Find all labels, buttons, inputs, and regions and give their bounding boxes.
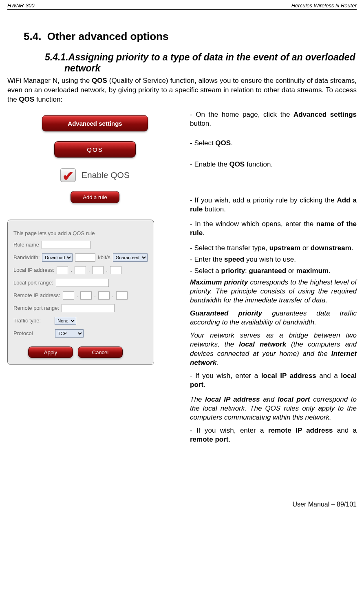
local-port-label: Local port range: [13,280,53,286]
kbits-label: kbit/s [98,254,110,260]
rule-name-label: Rule name [13,242,39,248]
remote-ip-label: Remote IP address: [13,292,60,298]
header-product: Hercules Wireless N Router [291,2,357,9]
para-max-priority: Maximum priority corresponds to the high… [190,278,357,305]
enable-qos-label: Enable QOS [82,170,130,180]
para-guaranteed-priority: Guaranteed priority guarantees data traf… [190,309,357,327]
remote-ip-1[interactable] [63,291,74,300]
rule-name-input[interactable] [42,241,90,249]
step-1: - On the home page, click the Advanced s… [190,110,357,128]
step-4: - If you wish, add a priority rule by cl… [190,196,357,214]
local-ip-label: Local IP address: [13,267,54,273]
step-6: - Select the transfer type, upstream or … [190,244,357,253]
bandwidth-direction-select[interactable]: Download [42,253,73,262]
enable-qos-checkbox[interactable]: ✔ [60,168,76,182]
bandwidth-value-input[interactable] [75,253,95,262]
traffic-type-select[interactable]: None [55,317,76,325]
page-number: User Manual – 89/101 [293,501,357,508]
local-ip-1[interactable] [57,266,68,274]
local-ip-2[interactable] [75,266,86,274]
footer: User Manual – 89/101 [7,499,357,513]
page-header: HWNR-300 Hercules Wireless N Router [7,0,357,9]
step-remote-ip: - If you wish, enter a remote IP address… [190,426,357,444]
check-icon: ✔ [62,168,74,184]
local-port-input[interactable] [56,279,109,287]
remote-ip-2[interactable] [80,291,92,300]
remote-port-label: Remote port range: [13,305,59,311]
local-ip-3[interactable] [92,266,104,274]
header-rule [7,9,357,10]
form-intro: This page lets you add a QOS rule [13,230,95,236]
section-num: 5.4. [24,30,41,42]
protocol-label: Protocol [13,330,33,336]
local-ip-4[interactable] [110,266,121,274]
traffic-type-label: Traffic type: [13,318,41,324]
header-model: HWNR-300 [7,2,34,9]
add-rule-button[interactable]: Add a rule [71,191,119,203]
step-7: - Enter the speed you wish to use. [190,255,357,264]
subsection-title: Assigning priority to a type of data in … [64,52,355,73]
qos-rule-form: This page lets you add a QOS rule Rule n… [7,220,154,365]
step-3: - Enable the QOS function. [190,160,357,169]
step-5: - In the window which opens, enter the n… [190,220,357,238]
step-2: - Select QOS. [190,139,357,148]
right-column: - On the home page, click the Advanced s… [190,110,357,450]
remote-ip-3[interactable] [98,291,110,300]
protocol-select[interactable]: TCP [55,329,84,338]
apply-button[interactable]: Apply [28,347,73,358]
enable-qos-row: ✔ Enable QOS [42,168,148,182]
section-title: Other advanced options [47,30,169,42]
intro-paragraph: WiFi Manager N, using the QOS (Quality o… [7,76,357,104]
cancel-button[interactable]: Cancel [78,347,123,358]
step-local-ip: - If you wish, enter a local IP address … [190,371,357,389]
subsection-num: 5.4.1. [45,52,68,62]
remote-ip-4[interactable] [116,291,128,300]
qos-button[interactable]: QOS [54,141,136,158]
para-bridge: Your network serves as a bridge between … [190,331,357,367]
bandwidth-label: Bandwidth: [13,254,40,260]
section-heading: 5.4. Other advanced options [24,30,357,43]
para-local-explain: The local IP address and local port corr… [190,395,357,422]
footer-rule [7,499,357,499]
subsection-heading: 5.4.1.Assigning priority to a type of da… [45,52,357,74]
left-column: Advanced settings QOS ✔ Enable QOS Add a… [7,110,183,450]
step-8: - Select a priority: guaranteed or maxim… [190,267,357,275]
remote-port-input[interactable] [62,304,115,312]
bandwidth-priority-select[interactable]: Guaranteed [113,253,148,262]
advanced-settings-button[interactable]: Advanced settings [42,115,148,131]
